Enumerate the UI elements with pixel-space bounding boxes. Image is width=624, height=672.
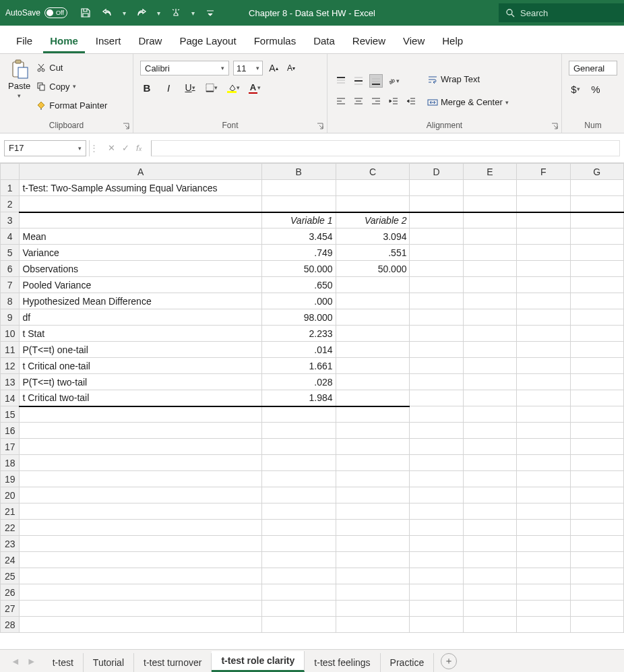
cell[interactable]: Hypothesized Mean Difference bbox=[20, 293, 261, 309]
cell[interactable] bbox=[463, 309, 516, 326]
cell[interactable] bbox=[261, 568, 336, 584]
cell[interactable] bbox=[261, 601, 336, 617]
row-header[interactable]: 19 bbox=[1, 471, 20, 487]
cell[interactable] bbox=[261, 455, 336, 471]
row-header[interactable]: 2 bbox=[1, 196, 20, 212]
cell[interactable] bbox=[410, 358, 463, 374]
cell[interactable] bbox=[463, 584, 516, 601]
cell[interactable] bbox=[20, 455, 261, 471]
cell[interactable] bbox=[463, 228, 516, 245]
cell[interactable] bbox=[570, 536, 623, 552]
cell[interactable] bbox=[410, 196, 463, 212]
wrap-text-button[interactable]: Wrap Text bbox=[427, 71, 509, 88]
cell[interactable] bbox=[570, 309, 623, 326]
cell[interactable] bbox=[410, 180, 463, 196]
decrease-indent-icon[interactable] bbox=[387, 94, 400, 108]
tab-file[interactable]: File bbox=[9, 30, 39, 53]
cell[interactable] bbox=[463, 261, 516, 277]
cell[interactable] bbox=[570, 552, 623, 568]
increase-indent-icon[interactable] bbox=[404, 94, 418, 108]
row-header[interactable]: 9 bbox=[1, 309, 20, 326]
cell[interactable] bbox=[570, 293, 623, 309]
cell[interactable] bbox=[463, 503, 516, 520]
row[interactable]: 4Mean3.4543.094 bbox=[1, 228, 624, 245]
cell[interactable] bbox=[570, 277, 623, 293]
cell[interactable] bbox=[336, 471, 410, 487]
cell[interactable] bbox=[517, 617, 570, 633]
cell[interactable] bbox=[570, 180, 623, 196]
row[interactable]: 9df98.000 bbox=[1, 309, 624, 326]
cell[interactable] bbox=[336, 503, 410, 520]
cell[interactable] bbox=[261, 552, 336, 568]
cell[interactable] bbox=[517, 423, 570, 439]
cell[interactable] bbox=[517, 228, 570, 245]
row-header[interactable]: 25 bbox=[1, 568, 20, 584]
cell[interactable] bbox=[336, 342, 410, 358]
sheet-nav-prev-icon[interactable]: ◄ bbox=[11, 656, 20, 667]
cell[interactable] bbox=[517, 536, 570, 552]
cell[interactable] bbox=[463, 196, 516, 212]
cell[interactable]: 50.000 bbox=[261, 261, 336, 277]
sheet-tab[interactable]: t-test feelings bbox=[305, 653, 380, 672]
cell[interactable] bbox=[410, 552, 463, 568]
cell[interactable] bbox=[517, 358, 570, 374]
cell[interactable] bbox=[463, 617, 516, 633]
cell[interactable] bbox=[517, 471, 570, 487]
cell[interactable] bbox=[517, 342, 570, 358]
cell[interactable] bbox=[570, 374, 623, 390]
cell[interactable] bbox=[336, 180, 410, 196]
row[interactable]: 10t Stat2.233 bbox=[1, 326, 624, 342]
row-header[interactable]: 18 bbox=[1, 455, 20, 471]
enter-formula-icon[interactable]: ✓ bbox=[122, 143, 129, 153]
cell[interactable] bbox=[570, 261, 623, 277]
cell[interactable] bbox=[410, 326, 463, 342]
cell[interactable] bbox=[517, 261, 570, 277]
cell[interactable] bbox=[336, 536, 410, 552]
cell[interactable] bbox=[517, 180, 570, 196]
cell[interactable] bbox=[463, 342, 516, 358]
row-header[interactable]: 7 bbox=[1, 277, 20, 293]
cell[interactable]: Variable 2 bbox=[336, 212, 410, 228]
cell[interactable] bbox=[517, 520, 570, 536]
cell[interactable] bbox=[517, 277, 570, 293]
cell[interactable] bbox=[570, 584, 623, 601]
cell[interactable] bbox=[336, 601, 410, 617]
merge-center-button[interactable]: Merge & Center ▾ bbox=[427, 94, 509, 111]
clipboard-launcher-icon[interactable] bbox=[122, 122, 130, 130]
cell[interactable] bbox=[463, 520, 516, 536]
currency-icon[interactable]: $ ▾ bbox=[569, 82, 582, 96]
increase-font-icon[interactable]: A▴ bbox=[267, 61, 280, 75]
col-header[interactable]: B bbox=[261, 164, 336, 180]
row-header[interactable]: 22 bbox=[1, 520, 20, 536]
cell[interactable] bbox=[463, 358, 516, 374]
format-painter-button[interactable]: Format Painter bbox=[36, 97, 107, 113]
cell[interactable] bbox=[570, 212, 623, 228]
alignment-launcher-icon[interactable] bbox=[551, 122, 559, 130]
cell[interactable] bbox=[410, 293, 463, 309]
namebox-options-icon[interactable]: ⋮ bbox=[89, 140, 98, 156]
cell[interactable] bbox=[570, 342, 623, 358]
cell[interactable] bbox=[20, 212, 261, 228]
cell[interactable] bbox=[410, 455, 463, 471]
customize-qat-icon[interactable] bbox=[204, 7, 216, 19]
cell[interactable]: Pooled Variance bbox=[20, 277, 261, 293]
cell[interactable] bbox=[517, 245, 570, 261]
select-all-corner[interactable] bbox=[1, 164, 20, 180]
row-header[interactable]: 1 bbox=[1, 180, 20, 196]
cell[interactable] bbox=[20, 471, 261, 487]
fill-color-button[interactable]: ▾ bbox=[226, 81, 240, 94]
tab-insert[interactable]: Insert bbox=[89, 30, 128, 53]
cell[interactable] bbox=[517, 326, 570, 342]
cell[interactable] bbox=[463, 552, 516, 568]
font-name-select[interactable]: Calibri▾ bbox=[140, 61, 229, 75]
cell[interactable] bbox=[570, 245, 623, 261]
cell[interactable] bbox=[410, 406, 463, 423]
cell[interactable] bbox=[410, 487, 463, 503]
align-left-icon[interactable] bbox=[334, 94, 348, 108]
row[interactable]: 18 bbox=[1, 455, 624, 471]
cell[interactable] bbox=[570, 326, 623, 342]
cell[interactable] bbox=[336, 374, 410, 390]
sheet-tab[interactable]: Tutorial bbox=[84, 653, 134, 672]
cell[interactable]: .650 bbox=[261, 277, 336, 293]
row[interactable]: 22 bbox=[1, 520, 624, 536]
